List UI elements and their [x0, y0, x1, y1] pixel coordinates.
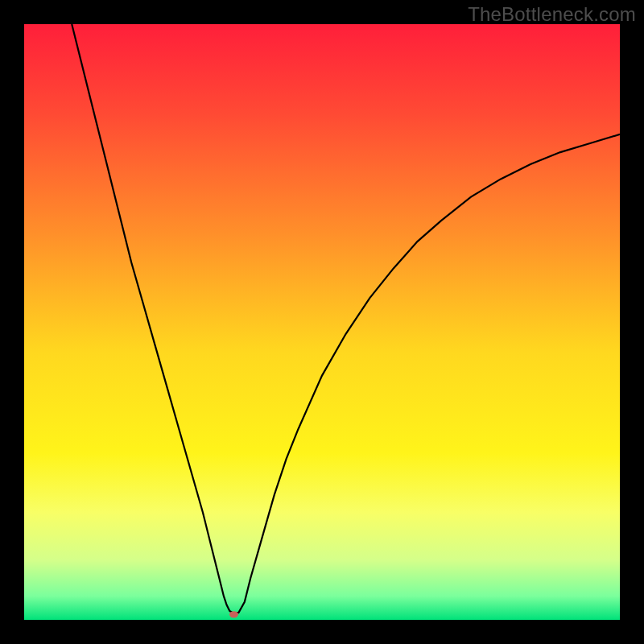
minimum-marker	[229, 611, 238, 617]
gradient-background	[24, 24, 620, 620]
watermark-text: TheBottleneck.com	[468, 3, 636, 26]
plot-area	[24, 24, 620, 620]
chart-frame: TheBottleneck.com	[0, 0, 644, 644]
bottleneck-chart	[24, 24, 620, 620]
